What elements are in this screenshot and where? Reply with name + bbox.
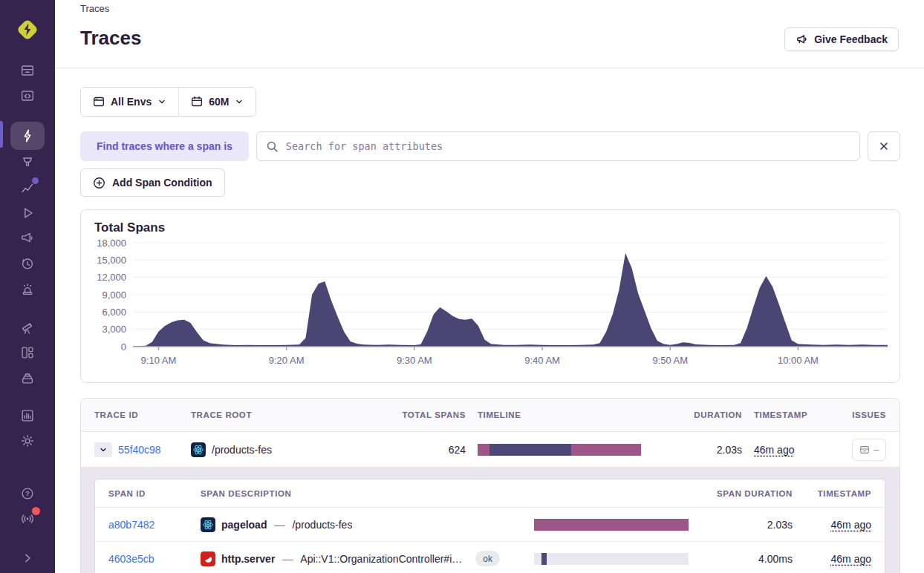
- chevron-down-icon: [157, 97, 166, 106]
- sidebar-item-stats[interactable]: [10, 403, 45, 428]
- gear-icon: [19, 433, 36, 449]
- separator: —: [273, 519, 286, 531]
- time-range-filter[interactable]: 60M: [178, 88, 256, 116]
- svg-text:18,000: 18,000: [97, 238, 126, 249]
- sidebar-item-issues[interactable]: [10, 58, 45, 83]
- svg-text:12,000: 12,000: [97, 272, 126, 283]
- sidebar-item-insights[interactable]: [10, 175, 45, 200]
- dashboard-grid-icon: [19, 344, 36, 361]
- add-span-condition-label: Add Span Condition: [112, 177, 212, 189]
- span-duration-bar[interactable]: [534, 519, 689, 531]
- total-spans-area-chart: 03,0006,0009,00012,00015,00018,0009:10 A…: [94, 237, 889, 369]
- issues-count-placeholder: –: [873, 444, 879, 455]
- trace-row: 55f40c98 /products-fes 624 2.03s 46m ago…: [81, 432, 899, 467]
- clear-query-button[interactable]: [868, 131, 900, 161]
- svg-text:?: ?: [25, 489, 30, 497]
- trace-root-label[interactable]: /products-fes: [212, 444, 272, 456]
- archive-box-icon: [19, 370, 36, 386]
- separator: —: [281, 553, 294, 565]
- trace-expand-toggle[interactable]: [94, 442, 112, 457]
- chevron-down-icon: [235, 97, 244, 106]
- sidebar-item-settings[interactable]: [10, 428, 45, 454]
- chevron-down-icon: [99, 445, 108, 454]
- environment-filter-value: All Envs: [111, 96, 152, 108]
- svg-text:3,000: 3,000: [102, 324, 126, 335]
- chart-title: Total Spans: [94, 220, 886, 235]
- svg-text:0: 0: [121, 341, 126, 353]
- span-duration-bar[interactable]: [534, 553, 689, 565]
- search-input[interactable]: [284, 140, 850, 153]
- sentry-logo[interactable]: [12, 13, 43, 46]
- sidebar-item-releases[interactable]: [10, 251, 45, 276]
- col-timestamp: TIMESTAMP: [754, 410, 828, 419]
- trace-timestamp[interactable]: 46m ago: [754, 444, 794, 456]
- main-content: Traces Traces Give Feedback All Envs 60M…: [55, 0, 924, 573]
- telescope-icon: [19, 319, 36, 335]
- span-description: /products-fes: [292, 519, 352, 531]
- span-duration: 4.00ms: [711, 553, 793, 565]
- col-span-duration: SPAN DURATION: [711, 489, 793, 498]
- sidebar-item-profiling[interactable]: [10, 150, 45, 175]
- svg-text:9,000: 9,000: [102, 289, 126, 301]
- col-total-spans: TOTAL SPANS: [387, 410, 466, 419]
- siren-icon: [19, 281, 36, 297]
- svg-text:10:00 AM: 10:00 AM: [778, 355, 819, 366]
- react-project-icon: [201, 517, 215, 532]
- sidebar-item-help[interactable]: ?: [10, 481, 45, 506]
- whats-new-notification-dot: [32, 507, 40, 515]
- span-operation: http.server: [221, 553, 275, 565]
- span-id-link[interactable]: a80b7482: [108, 519, 154, 531]
- sidebar-item-archive[interactable]: [10, 365, 45, 390]
- spans-table-header: SPAN ID SPAN DESCRIPTION SPAN DURATION T…: [95, 479, 885, 508]
- sidebar-item-discover[interactable]: [10, 315, 45, 340]
- issues-icon: [19, 62, 36, 79]
- sidebar-item-whats-new[interactable]: [10, 506, 45, 531]
- trace-issues-button[interactable]: –: [852, 439, 886, 461]
- span-id-link[interactable]: 4603e5cb: [108, 553, 154, 565]
- trace-id-link[interactable]: 55f40c98: [118, 444, 161, 456]
- sidebar-item-explore[interactable]: [10, 122, 45, 150]
- sidebar-collapse-button[interactable]: [10, 546, 45, 571]
- span-row: 4603e5cb http.server — Api::V1::Organiza…: [95, 542, 885, 573]
- trace-timeline-bar[interactable]: [478, 444, 641, 456]
- sidebar-item-projects[interactable]: [10, 83, 45, 108]
- svg-text:9:50 AM: 9:50 AM: [652, 355, 688, 366]
- col-issues: ISSUES: [840, 410, 886, 419]
- col-span-id: SPAN ID: [108, 489, 189, 498]
- megaphone-icon: [796, 33, 808, 46]
- give-feedback-button[interactable]: Give Feedback: [784, 27, 899, 51]
- sidebar-item-replays[interactable]: [10, 200, 45, 226]
- svg-text:9:20 AM: 9:20 AM: [269, 355, 305, 366]
- span-row: a80b7482 pageload — /products-fes 2.03s …: [95, 508, 885, 542]
- play-icon: [19, 205, 36, 221]
- col-timeline: TIMELINE: [478, 410, 663, 419]
- traces-table: TRACE ID TRACE ROOT TOTAL SPANS TIMELINE…: [80, 398, 900, 573]
- page-title: Traces: [80, 27, 141, 50]
- clock-history-icon: [19, 255, 36, 272]
- svg-text:15,000: 15,000: [97, 255, 126, 266]
- sidebar-item-alerts[interactable]: [10, 276, 45, 301]
- add-span-condition-button[interactable]: Add Span Condition: [80, 168, 225, 197]
- funnel-icon: [19, 154, 36, 171]
- breadcrumb[interactable]: Traces: [80, 3, 109, 14]
- expanded-trace-region: SPAN ID SPAN DESCRIPTION SPAN DURATION T…: [81, 467, 899, 573]
- environment-filter[interactable]: All Envs: [81, 88, 178, 116]
- svg-text:9:40 AM: 9:40 AM: [524, 355, 560, 366]
- sidebar: ?: [0, 0, 55, 573]
- span-timestamp[interactable]: 46m ago: [831, 519, 871, 531]
- span-duration: 2.03s: [711, 519, 793, 531]
- close-icon: [878, 140, 890, 152]
- sidebar-item-user-feedback[interactable]: [10, 226, 45, 251]
- ruby-project-icon: [201, 551, 215, 566]
- sidebar-item-dashboards[interactable]: [10, 340, 45, 365]
- span-timestamp[interactable]: 46m ago: [831, 553, 871, 565]
- page-filter-bar: All Envs 60M: [80, 87, 256, 117]
- megaphone-icon: [19, 230, 36, 246]
- page-header: Traces Traces Give Feedback: [55, 0, 924, 68]
- lightning-icon: [19, 128, 36, 144]
- span-attribute-search[interactable]: [256, 131, 860, 161]
- stats-bars-icon: [19, 407, 36, 424]
- window-icon: [93, 96, 105, 108]
- trace-duration: 2.03s: [675, 444, 742, 456]
- issues-icon: [859, 445, 870, 455]
